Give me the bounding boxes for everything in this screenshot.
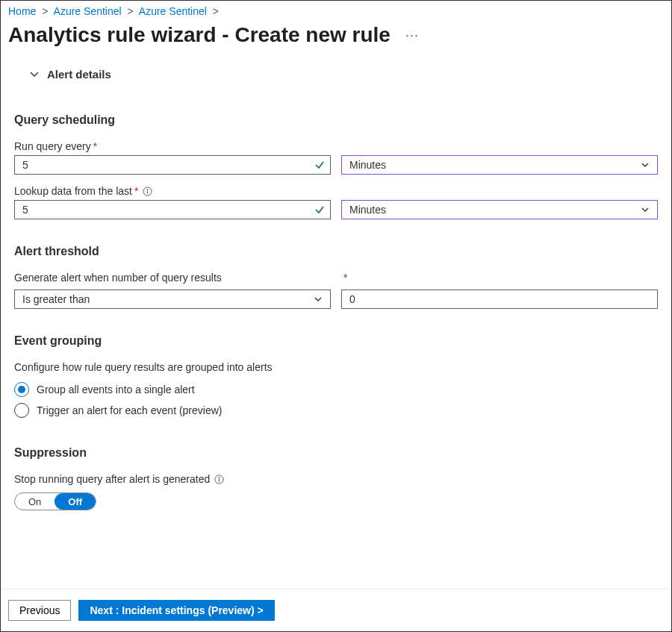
alert-details-label: Alert details <box>47 68 111 81</box>
alert-threshold-operator-select[interactable]: Is greater than <box>14 290 331 309</box>
lookup-data-unit-select[interactable]: Minutes <box>341 200 658 219</box>
alert-threshold-value-input[interactable] <box>341 290 658 309</box>
breadcrumb-azure-sentinel-1[interactable]: Azure Sentinel <box>54 5 122 17</box>
query-scheduling-title: Query scheduling <box>14 113 658 127</box>
run-query-every-label: Run query every <box>14 140 91 152</box>
info-icon[interactable] <box>143 187 152 196</box>
suppression-toggle[interactable]: On Off <box>14 492 96 510</box>
event-grouping-title: Event grouping <box>14 334 658 348</box>
chevron-down-icon <box>641 160 650 169</box>
radio-icon <box>14 382 29 397</box>
breadcrumb-home[interactable]: Home <box>8 5 36 17</box>
radio-label: Trigger an alert for each event (preview… <box>37 404 222 416</box>
alert-threshold-operator-value: Is greater than <box>22 293 90 305</box>
alert-threshold-title: Alert threshold <box>14 245 658 258</box>
next-button[interactable]: Next : Incident settings (Preview) > <box>78 600 274 621</box>
required-indicator: * <box>93 140 97 152</box>
required-indicator: * <box>343 272 347 284</box>
svg-point-1 <box>147 189 149 190</box>
event-grouping-description: Configure how rule query results are gro… <box>14 361 658 373</box>
chevron-down-icon <box>29 69 40 80</box>
toggle-on[interactable]: On <box>15 493 55 510</box>
page-title: Analytics rule wizard - Create new rule <box>8 23 391 47</box>
breadcrumb-separator: > <box>213 5 219 17</box>
suppression-title: Suppression <box>14 446 658 460</box>
previous-button[interactable]: Previous <box>8 600 71 621</box>
run-query-every-unit-select[interactable]: Minutes <box>341 155 658 175</box>
radio-label: Group all events into a single alert <box>37 384 195 395</box>
breadcrumb-separator: > <box>42 5 48 17</box>
breadcrumb-azure-sentinel-2[interactable]: Azure Sentinel <box>139 5 207 17</box>
svg-rect-5 <box>219 478 220 481</box>
svg-rect-2 <box>147 190 148 193</box>
breadcrumb-separator: > <box>128 5 134 17</box>
run-query-every-unit-value: Minutes <box>349 159 386 171</box>
toggle-off[interactable]: Off <box>55 493 96 510</box>
radio-icon <box>14 403 29 418</box>
radio-trigger-each-event[interactable]: Trigger an alert for each event (preview… <box>14 400 658 421</box>
lookup-data-unit-value: Minutes <box>349 204 386 216</box>
svg-point-4 <box>219 477 220 478</box>
info-icon[interactable] <box>214 475 224 484</box>
run-query-every-input[interactable] <box>14 155 331 175</box>
alert-threshold-label: Generate alert when number of query resu… <box>14 272 222 284</box>
chevron-down-icon <box>314 295 323 304</box>
wizard-footer: Previous Next : Incident settings (Previ… <box>1 589 671 631</box>
alert-details-toggle[interactable]: Alert details <box>14 53 658 88</box>
breadcrumb: Home > Azure Sentinel > Azure Sentinel > <box>1 1 671 20</box>
lookup-data-label: Lookup data from the last <box>14 185 132 197</box>
suppression-label: Stop running query after alert is genera… <box>14 473 210 485</box>
chevron-down-icon <box>641 205 650 214</box>
required-indicator: * <box>134 185 138 197</box>
lookup-data-input[interactable] <box>14 200 331 219</box>
radio-group-all-events[interactable]: Group all events into a single alert <box>14 379 658 400</box>
more-actions-icon[interactable]: ··· <box>405 28 419 43</box>
